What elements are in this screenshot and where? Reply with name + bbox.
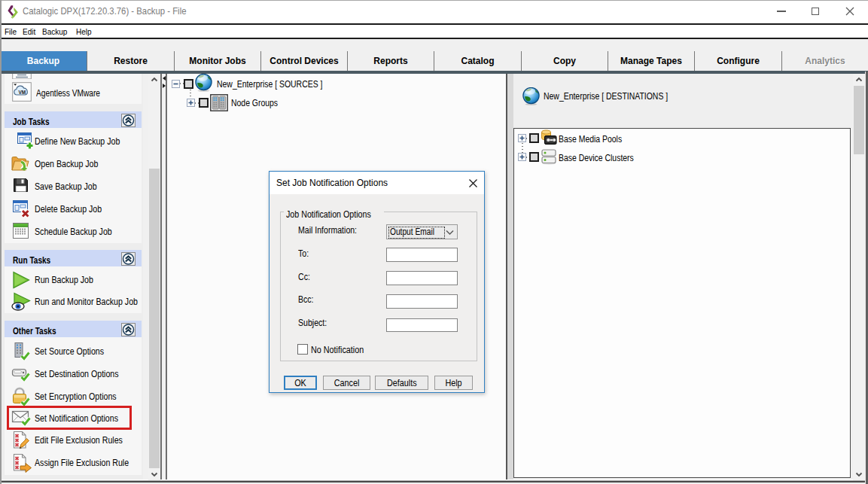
- svg-text:VM: VM: [19, 90, 26, 95]
